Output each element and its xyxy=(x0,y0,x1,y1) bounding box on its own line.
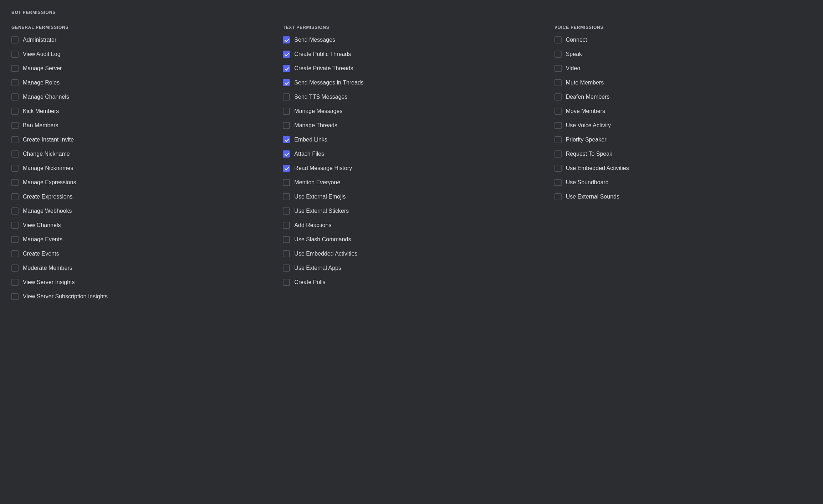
permission-item[interactable]: Manage Server xyxy=(11,65,269,72)
permission-item[interactable]: View Audit Log xyxy=(11,51,269,58)
permission-checkbox[interactable] xyxy=(283,65,290,72)
permission-item[interactable]: View Server Insights xyxy=(11,279,269,286)
permission-checkbox[interactable] xyxy=(283,222,290,229)
permission-item[interactable]: Change Nickname xyxy=(11,150,269,158)
permission-checkbox[interactable] xyxy=(283,108,290,115)
permission-checkbox[interactable] xyxy=(11,207,19,215)
permission-checkbox[interactable] xyxy=(554,108,562,115)
permission-item[interactable]: Request To Speak xyxy=(554,150,812,158)
permission-item[interactable]: Move Members xyxy=(554,108,812,115)
permission-item[interactable]: Use Voice Activity xyxy=(554,122,812,129)
permission-item[interactable]: Add Reactions xyxy=(283,222,540,229)
permission-item[interactable]: Use Soundboard xyxy=(554,179,812,186)
permission-item[interactable]: Ban Members xyxy=(11,122,269,129)
permission-checkbox[interactable] xyxy=(554,136,562,143)
permission-checkbox[interactable] xyxy=(11,51,19,58)
permission-item[interactable]: Create Expressions xyxy=(11,193,269,200)
permission-item[interactable]: View Server Subscription Insights xyxy=(11,293,269,300)
permission-item[interactable]: Use Slash Commands xyxy=(283,236,540,243)
permission-checkbox[interactable] xyxy=(283,279,290,286)
permission-checkbox[interactable] xyxy=(283,165,290,172)
permission-checkbox[interactable] xyxy=(283,179,290,186)
permission-checkbox[interactable] xyxy=(11,65,19,72)
permission-item[interactable]: Read Message History xyxy=(283,165,540,172)
permission-checkbox[interactable] xyxy=(283,79,290,86)
permission-item[interactable]: Manage Nicknames xyxy=(11,165,269,172)
permission-checkbox[interactable] xyxy=(11,122,19,129)
permission-checkbox[interactable] xyxy=(554,150,562,158)
permission-checkbox[interactable] xyxy=(283,136,290,143)
permission-item[interactable]: Send Messages in Threads xyxy=(283,79,540,86)
permission-checkbox[interactable] xyxy=(11,236,19,243)
permission-item[interactable]: Use Embedded Activities xyxy=(554,165,812,172)
permission-checkbox[interactable] xyxy=(11,193,19,200)
permission-checkbox[interactable] xyxy=(554,36,562,43)
permission-item[interactable]: Manage Channels xyxy=(11,93,269,101)
permission-checkbox[interactable] xyxy=(11,222,19,229)
permission-item[interactable]: Manage Threads xyxy=(283,122,540,129)
permission-item[interactable]: Create Polls xyxy=(283,279,540,286)
permission-item[interactable]: Mute Members xyxy=(554,79,812,86)
permission-item[interactable]: Send TTS Messages xyxy=(283,93,540,101)
permission-checkbox[interactable] xyxy=(11,250,19,257)
permission-checkbox[interactable] xyxy=(11,108,19,115)
permission-checkbox[interactable] xyxy=(554,122,562,129)
permission-checkbox[interactable] xyxy=(11,279,19,286)
permission-checkbox[interactable] xyxy=(283,236,290,243)
permission-label: View Server Insights xyxy=(23,279,75,286)
permission-item[interactable]: Create Events xyxy=(11,250,269,257)
permission-item[interactable]: Manage Webhooks xyxy=(11,207,269,215)
permission-checkbox[interactable] xyxy=(554,79,562,86)
permission-item[interactable]: Manage Roles xyxy=(11,79,269,86)
permission-checkbox[interactable] xyxy=(554,51,562,58)
permission-checkbox[interactable] xyxy=(283,36,290,43)
permission-item[interactable]: Connect xyxy=(554,36,812,43)
permission-item[interactable]: Manage Expressions xyxy=(11,179,269,186)
permission-item[interactable]: Mention Everyone xyxy=(283,179,540,186)
permission-item[interactable]: Video xyxy=(554,65,812,72)
permission-checkbox[interactable] xyxy=(283,51,290,58)
permission-checkbox[interactable] xyxy=(11,165,19,172)
permission-item[interactable]: Send Messages xyxy=(283,36,540,43)
permission-checkbox[interactable] xyxy=(554,165,562,172)
permission-item[interactable]: Kick Members xyxy=(11,108,269,115)
permission-item[interactable]: Manage Events xyxy=(11,236,269,243)
permission-item[interactable]: Create Public Threads xyxy=(283,51,540,58)
permission-item[interactable]: Manage Messages xyxy=(283,108,540,115)
permission-checkbox[interactable] xyxy=(11,150,19,158)
permission-checkbox[interactable] xyxy=(11,179,19,186)
permission-checkbox[interactable] xyxy=(11,264,19,272)
permission-checkbox[interactable] xyxy=(11,293,19,300)
permission-checkbox[interactable] xyxy=(283,122,290,129)
permission-item[interactable]: Use Embedded Activities xyxy=(283,250,540,257)
permission-item[interactable]: Use External Apps xyxy=(283,264,540,272)
permission-item[interactable]: Create Private Threads xyxy=(283,65,540,72)
permission-checkbox[interactable] xyxy=(11,93,19,101)
permission-item[interactable]: Attach Files xyxy=(283,150,540,158)
permission-checkbox[interactable] xyxy=(554,193,562,200)
permission-item[interactable]: Create Instant Invite xyxy=(11,136,269,143)
permission-item[interactable]: Deafen Members xyxy=(554,93,812,101)
permission-checkbox[interactable] xyxy=(283,193,290,200)
permission-checkbox[interactable] xyxy=(283,207,290,215)
permission-item[interactable]: Use External Sounds xyxy=(554,193,812,200)
permission-checkbox[interactable] xyxy=(283,250,290,257)
permission-checkbox[interactable] xyxy=(11,79,19,86)
permission-item[interactable]: Use External Stickers xyxy=(283,207,540,215)
permission-item[interactable]: Priority Speaker xyxy=(554,136,812,143)
permission-item[interactable]: View Channels xyxy=(11,222,269,229)
permission-item[interactable]: Administrator xyxy=(11,36,269,43)
permission-label: View Server Subscription Insights xyxy=(23,293,108,300)
permission-checkbox[interactable] xyxy=(554,65,562,72)
permission-item[interactable]: Embed Links xyxy=(283,136,540,143)
permission-checkbox[interactable] xyxy=(11,136,19,143)
permission-item[interactable]: Moderate Members xyxy=(11,264,269,272)
permission-checkbox[interactable] xyxy=(283,150,290,158)
permission-checkbox[interactable] xyxy=(283,264,290,272)
permission-checkbox[interactable] xyxy=(283,93,290,101)
permission-item[interactable]: Speak xyxy=(554,51,812,58)
permission-checkbox[interactable] xyxy=(11,36,19,43)
permission-checkbox[interactable] xyxy=(554,179,562,186)
permission-item[interactable]: Use External Emojis xyxy=(283,193,540,200)
permission-checkbox[interactable] xyxy=(554,93,562,101)
